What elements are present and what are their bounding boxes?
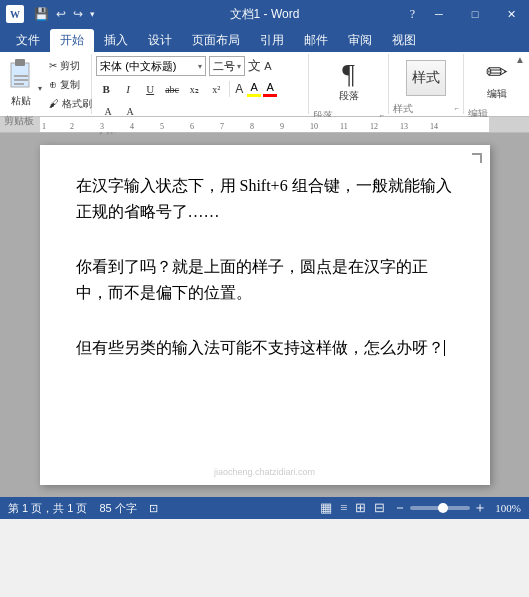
read-mode-view-btn[interactable]: ≡ [340,500,347,516]
tab-view[interactable]: 视图 [382,29,426,52]
tab-insert[interactable]: 插入 [94,29,138,52]
styles-button[interactable]: 样式 [406,60,446,96]
font-shrink-button[interactable]: A [264,60,271,72]
zoom-thumb[interactable] [438,503,448,513]
copy-button[interactable]: ⊕ 复制 [46,77,95,93]
paragraph-3: 但有些另类的输入法可能不支持这样做，怎么办呀？ [76,335,454,361]
clipboard-label: 剪贴板 [4,112,34,128]
maximize-button[interactable]: □ [457,0,493,28]
paragraph-group: ¶ 段落 段落 ⌐ [309,54,389,114]
subscript-button[interactable]: x₂ [184,79,204,99]
ruler-mark-14: 14 [430,122,438,131]
window-controls: ? ─ □ ✕ [404,0,529,28]
ruler-mark-7: 7 [220,122,224,131]
ruler-mark-3: 3 [100,122,104,131]
superscript-button[interactable]: x² [206,79,226,99]
minimize-button[interactable]: ─ [421,0,457,28]
print-layout-view-btn[interactable]: ▦ [320,500,332,516]
zoom-in-button[interactable]: ＋ [473,501,487,515]
word-app-icon: W [6,5,24,23]
zoom-track[interactable] [410,506,470,510]
close-button[interactable]: ✕ [493,0,529,28]
tab-page-layout[interactable]: 页面布局 [182,29,250,52]
ribbon-collapse-button[interactable]: ▲ [515,54,525,65]
strikethrough-button[interactable]: abc [162,79,182,99]
editing-button[interactable]: ✏ 编辑 [486,60,508,101]
redo-quick-btn[interactable]: ↪ [71,7,85,22]
ribbon-tab-bar: 文件 开始 插入 设计 页面布局 引用 邮件 审阅 视图 [0,28,529,52]
font-grow-button[interactable]: 文 [248,57,261,75]
tab-file[interactable]: 文件 [6,29,50,52]
web-layout-view-btn[interactable]: ⊞ [355,500,366,516]
font-name-select[interactable]: 宋体 (中文标题) ▾ [96,56,206,76]
format-painter-button[interactable]: 🖌 格式刷 [46,96,95,112]
highlight-color-bar [247,94,261,97]
paste-dropdown-arrow[interactable]: ▾ [38,56,42,109]
font-row2: B I U abc x₂ x² A A A A A [96,79,304,121]
ruler-mark-11: 11 [340,122,348,131]
svg-rect-1 [15,59,25,66]
tab-mailings[interactable]: 邮件 [294,29,338,52]
paste-icon [6,57,36,93]
ruler-mark-10: 10 [310,122,318,131]
tab-design[interactable]: 设计 [138,29,182,52]
font-color-button[interactable]: A [263,81,277,97]
underline-button[interactable]: U [140,79,160,99]
undo-quick-btn[interactable]: ↩ [54,7,68,22]
text-effect-button[interactable]: A [233,81,245,97]
outline-view-btn[interactable]: ⊟ [374,500,385,516]
page-info[interactable]: 第 1 页，共 1 页 [8,501,87,516]
svg-rect-3 [14,79,28,81]
lang-icon[interactable]: ⊡ [149,502,158,515]
editing-icon: ✏ [486,60,508,86]
quick-access-toolbar: 💾 ↩ ↪ ▾ [32,7,97,22]
tab-references[interactable]: 引用 [250,29,294,52]
zoom-out-button[interactable]: － [393,501,407,515]
font-group: 宋体 (中文标题) ▾ 二号 ▾ 文 A B I U abc x₂ x² A [92,54,309,114]
font-size-value: 二号 [213,59,235,74]
document-page[interactable]: 在汉字输入状态下，用 Shift+6 组合键，一般就能输入正规的省略号了…… 你… [40,145,490,485]
window-title: 文档1 - Word [230,6,300,23]
horizontal-ruler: 1 2 3 4 5 6 7 8 9 10 11 12 13 14 [0,117,529,133]
save-quick-btn[interactable]: 💾 [32,7,51,22]
font-color-bar [263,94,277,97]
zoom-percent[interactable]: 100% [495,502,521,514]
paragraph-label: 段落 [339,89,359,103]
paragraph-button[interactable]: ¶ 段落 [339,60,359,103]
highlight-color-button[interactable]: A [247,81,261,97]
ruler-mark-6: 6 [190,122,194,131]
bottom-watermark: jiaocheng.chatzidiari.com [214,467,315,477]
customize-quick-btn[interactable]: ▾ [88,9,97,19]
word-count[interactable]: 85 个字 [99,501,136,516]
title-bar-left: W 💾 ↩ ↪ ▾ [6,5,97,23]
italic-button[interactable]: I [118,79,138,99]
font-size-select[interactable]: 二号 ▾ [209,56,245,76]
paragraph-group-top: ¶ 段落 [313,56,384,107]
svg-rect-4 [14,83,24,85]
styles-icon: 样式 [406,60,446,96]
ruler-mark-4: 4 [130,122,134,131]
tab-review[interactable]: 审阅 [338,29,382,52]
paragraph-spacer-2 [76,315,454,331]
ribbon-panel: 粘贴 ▾ ✂ 剪切 ⊕ 复制 🖌 格式刷 剪贴板 ⌐ 宋体 (中文标题) ▾ [0,52,529,117]
paste-icon-svg [6,57,36,93]
font-row1: 宋体 (中文标题) ▾ 二号 ▾ 文 A [96,56,271,76]
zoom-slider: － ＋ [393,501,487,515]
ruler-mark-1: 1 [42,122,46,131]
paste-button[interactable]: 粘贴 [4,56,38,109]
font-separator [229,81,230,97]
status-bar: 第 1 页，共 1 页 85 个字 ⊡ ▦ ≡ ⊞ ⊟ － ＋ 100% [0,497,529,519]
ruler-content: 1 2 3 4 5 6 7 8 9 10 11 12 13 14 [40,117,489,132]
ruler-mark-13: 13 [400,122,408,131]
cut-button[interactable]: ✂ 剪切 [46,58,95,74]
paste-area: 粘贴 ▾ [4,56,42,109]
corner-mark [472,153,482,163]
styles-expand-icon[interactable]: ⌐ [454,104,459,113]
font-size-arrow: ▾ [237,62,241,71]
help-button[interactable]: ? [404,0,421,28]
tab-home[interactable]: 开始 [50,29,94,52]
page-bottom-area: jiaocheng.chatzidiari.com [214,467,315,477]
ruler-mark-2: 2 [70,122,74,131]
clipboard-group: 粘贴 ▾ ✂ 剪切 ⊕ 复制 🖌 格式刷 剪贴板 ⌐ [0,54,92,114]
bold-button[interactable]: B [96,79,116,99]
